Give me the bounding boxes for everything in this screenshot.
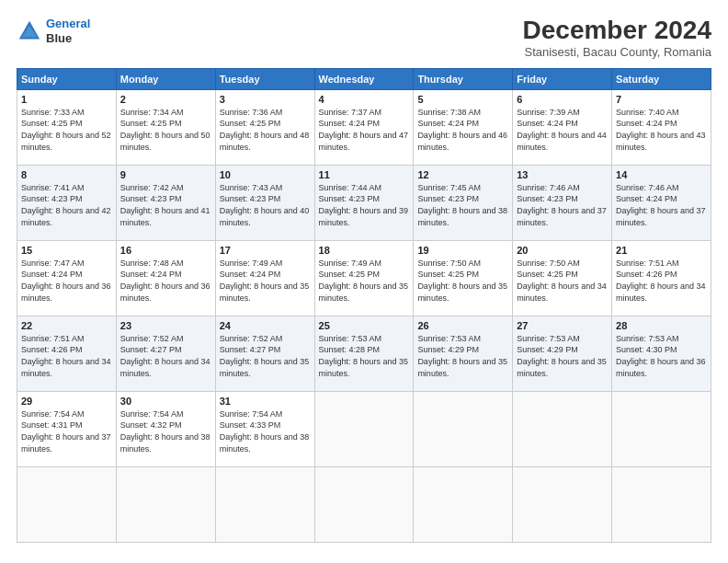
calendar-day: 28Sunrise: 7:53 AMSunset: 4:30 PMDayligh…	[612, 316, 711, 391]
calendar-day: 24Sunrise: 7:52 AMSunset: 4:27 PMDayligh…	[215, 316, 314, 391]
header: General Blue December 2024 Stanisesti, B…	[17, 17, 711, 59]
day-number: 30	[120, 396, 211, 407]
day-info: Sunrise: 7:53 AMSunset: 4:30 PMDaylight:…	[616, 333, 707, 379]
day-number: 23	[120, 320, 211, 331]
day-number: 6	[517, 94, 608, 105]
calendar-day: 13Sunrise: 7:46 AMSunset: 4:23 PMDayligh…	[513, 165, 612, 240]
calendar-week-row	[17, 466, 711, 542]
day-info: Sunrise: 7:33 AMSunset: 4:25 PMDaylight:…	[21, 107, 112, 153]
calendar-day: 8Sunrise: 7:41 AMSunset: 4:23 PMDaylight…	[17, 165, 117, 240]
empty-cell	[116, 466, 215, 542]
col-wednesday: Wednesday	[314, 68, 414, 89]
day-info: Sunrise: 7:39 AMSunset: 4:24 PMDaylight:…	[517, 107, 608, 153]
col-tuesday: Tuesday	[215, 68, 314, 89]
day-info: Sunrise: 7:36 AMSunset: 4:25 PMDaylight:…	[220, 107, 311, 153]
day-number: 31	[220, 396, 311, 407]
empty-cell	[513, 391, 612, 466]
empty-cell	[414, 391, 513, 466]
calendar-day: 2Sunrise: 7:34 AMSunset: 4:25 PMDaylight…	[116, 89, 215, 165]
calendar-day: 17Sunrise: 7:49 AMSunset: 4:24 PMDayligh…	[215, 240, 314, 316]
day-info: Sunrise: 7:47 AMSunset: 4:24 PMDaylight:…	[21, 258, 112, 304]
day-info: Sunrise: 7:50 AMSunset: 4:25 PMDaylight:…	[417, 258, 508, 304]
day-info: Sunrise: 7:40 AMSunset: 4:24 PMDaylight:…	[616, 107, 707, 153]
main-title: December 2024	[523, 17, 711, 45]
day-info: Sunrise: 7:54 AMSunset: 4:31 PMDaylight:…	[21, 408, 112, 454]
day-number: 14	[616, 169, 707, 180]
day-number: 20	[517, 245, 608, 256]
empty-cell	[314, 466, 414, 542]
day-number: 17	[220, 245, 311, 256]
calendar-week-row: 15Sunrise: 7:47 AMSunset: 4:24 PMDayligh…	[17, 240, 711, 316]
empty-cell	[612, 391, 711, 466]
empty-cell	[215, 466, 314, 542]
calendar-day: 6Sunrise: 7:39 AMSunset: 4:24 PMDaylight…	[513, 89, 612, 165]
calendar-day: 20Sunrise: 7:50 AMSunset: 4:25 PMDayligh…	[513, 240, 612, 316]
calendar-day: 23Sunrise: 7:52 AMSunset: 4:27 PMDayligh…	[116, 316, 215, 391]
day-info: Sunrise: 7:51 AMSunset: 4:26 PMDaylight:…	[21, 333, 112, 379]
calendar-day: 9Sunrise: 7:42 AMSunset: 4:23 PMDaylight…	[116, 165, 215, 240]
calendar-day: 14Sunrise: 7:46 AMSunset: 4:24 PMDayligh…	[612, 165, 711, 240]
day-number: 10	[220, 169, 311, 180]
calendar-day: 3Sunrise: 7:36 AMSunset: 4:25 PMDaylight…	[215, 89, 314, 165]
day-info: Sunrise: 7:48 AMSunset: 4:24 PMDaylight:…	[120, 258, 211, 304]
calendar-day: 19Sunrise: 7:50 AMSunset: 4:25 PMDayligh…	[414, 240, 513, 316]
day-number: 2	[120, 94, 211, 105]
day-info: Sunrise: 7:49 AMSunset: 4:25 PMDaylight:…	[319, 258, 410, 304]
calendar-day: 15Sunrise: 7:47 AMSunset: 4:24 PMDayligh…	[17, 240, 117, 316]
empty-cell	[414, 466, 513, 542]
calendar-table: Sunday Monday Tuesday Wednesday Thursday…	[17, 68, 711, 543]
logo-blue-text: Blue	[46, 31, 90, 46]
day-number: 1	[21, 94, 112, 105]
subtitle: Stanisesti, Bacau County, Romania	[523, 45, 711, 59]
day-number: 9	[120, 169, 211, 180]
day-number: 16	[120, 245, 211, 256]
logo-icon	[17, 18, 42, 44]
day-info: Sunrise: 7:51 AMSunset: 4:26 PMDaylight:…	[616, 258, 707, 304]
calendar-day: 4Sunrise: 7:37 AMSunset: 4:24 PMDaylight…	[314, 89, 414, 165]
calendar-day: 30Sunrise: 7:54 AMSunset: 4:32 PMDayligh…	[116, 391, 215, 466]
day-info: Sunrise: 7:53 AMSunset: 4:29 PMDaylight:…	[517, 333, 608, 379]
calendar-week-row: 1Sunrise: 7:33 AMSunset: 4:25 PMDaylight…	[17, 89, 711, 165]
day-info: Sunrise: 7:38 AMSunset: 4:24 PMDaylight:…	[417, 107, 508, 153]
day-info: Sunrise: 7:44 AMSunset: 4:23 PMDaylight:…	[319, 182, 410, 228]
day-number: 29	[21, 396, 112, 407]
day-info: Sunrise: 7:52 AMSunset: 4:27 PMDaylight:…	[120, 333, 211, 379]
calendar-week-row: 29Sunrise: 7:54 AMSunset: 4:31 PMDayligh…	[17, 391, 711, 466]
day-number: 25	[319, 320, 410, 331]
empty-cell	[314, 391, 414, 466]
day-number: 7	[616, 94, 707, 105]
day-info: Sunrise: 7:43 AMSunset: 4:23 PMDaylight:…	[220, 182, 311, 228]
day-number: 5	[417, 94, 508, 105]
calendar-day: 22Sunrise: 7:51 AMSunset: 4:26 PMDayligh…	[17, 316, 117, 391]
day-info: Sunrise: 7:41 AMSunset: 4:23 PMDaylight:…	[21, 182, 112, 228]
col-monday: Monday	[116, 68, 215, 89]
day-info: Sunrise: 7:49 AMSunset: 4:24 PMDaylight:…	[220, 258, 311, 304]
day-info: Sunrise: 7:54 AMSunset: 4:33 PMDaylight:…	[220, 408, 311, 454]
empty-cell	[612, 466, 711, 542]
calendar-body: 1Sunrise: 7:33 AMSunset: 4:25 PMDaylight…	[17, 89, 711, 542]
calendar-week-row: 22Sunrise: 7:51 AMSunset: 4:26 PMDayligh…	[17, 316, 711, 391]
empty-cell	[513, 466, 612, 542]
logo-text: General Blue	[46, 17, 90, 45]
day-number: 26	[417, 320, 508, 331]
calendar-day: 31Sunrise: 7:54 AMSunset: 4:33 PMDayligh…	[215, 391, 314, 466]
calendar-day: 29Sunrise: 7:54 AMSunset: 4:31 PMDayligh…	[17, 391, 117, 466]
day-info: Sunrise: 7:37 AMSunset: 4:24 PMDaylight:…	[319, 107, 410, 153]
day-number: 12	[417, 169, 508, 180]
calendar-day: 12Sunrise: 7:45 AMSunset: 4:23 PMDayligh…	[414, 165, 513, 240]
calendar-day: 1Sunrise: 7:33 AMSunset: 4:25 PMDaylight…	[17, 89, 117, 165]
day-number: 11	[319, 169, 410, 180]
day-info: Sunrise: 7:52 AMSunset: 4:27 PMDaylight:…	[220, 333, 311, 379]
calendar-day: 5Sunrise: 7:38 AMSunset: 4:24 PMDaylight…	[414, 89, 513, 165]
calendar-day: 7Sunrise: 7:40 AMSunset: 4:24 PMDaylight…	[612, 89, 711, 165]
calendar-day: 27Sunrise: 7:53 AMSunset: 4:29 PMDayligh…	[513, 316, 612, 391]
empty-cell	[17, 466, 117, 542]
day-number: 3	[220, 94, 311, 105]
title-section: December 2024 Stanisesti, Bacau County, …	[523, 17, 711, 59]
day-info: Sunrise: 7:34 AMSunset: 4:25 PMDaylight:…	[120, 107, 211, 153]
day-number: 19	[417, 245, 508, 256]
day-number: 8	[21, 169, 112, 180]
day-number: 22	[21, 320, 112, 331]
day-number: 13	[517, 169, 608, 180]
day-info: Sunrise: 7:46 AMSunset: 4:23 PMDaylight:…	[517, 182, 608, 228]
